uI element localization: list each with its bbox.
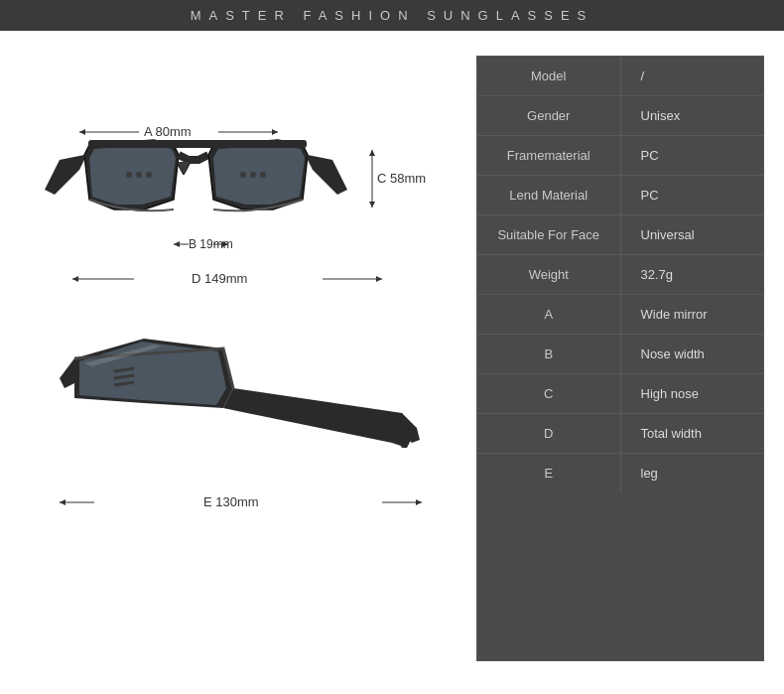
spec-label: A [477,295,620,335]
side-view-diagram: E 130mm [45,319,452,547]
front-view-svg: A 80mm [45,51,452,319]
side-view-svg: E 130mm [45,319,452,517]
spec-value: Total width [620,414,763,454]
spec-row: E leg [477,454,763,493]
svg-point-10 [250,172,256,178]
svg-point-11 [260,172,266,178]
svg-marker-22 [72,276,78,282]
svg-rect-5 [88,140,307,148]
spec-value: PC [620,136,763,176]
svg-marker-18 [369,150,375,156]
spec-value: Wide mirror [620,295,763,335]
spec-row: Weight 32.7g [477,255,763,295]
spec-value: High nose [620,374,763,414]
svg-point-8 [146,172,152,178]
spec-row: Framematerial PC [477,136,763,176]
svg-point-9 [240,172,246,178]
svg-marker-3 [272,129,278,135]
spec-value: 32.7g [620,255,763,295]
spec-label: B [477,335,620,374]
left-panel: A 80mm [0,31,476,686]
spec-row: C High nose [477,374,763,414]
spec-row: Suitable For Face Universal [477,215,763,255]
header: MASTER FASHION SUNGLASSES [0,0,784,31]
spec-value: Nose width [620,335,763,374]
svg-text:D 149mm: D 149mm [192,271,247,286]
front-view-diagram: A 80mm [45,51,452,319]
svg-text:C 58mm: C 58mm [377,171,426,186]
svg-point-6 [126,172,132,178]
spec-value: leg [620,454,763,493]
svg-marker-13 [174,241,180,247]
spec-label: D [477,414,620,454]
svg-marker-19 [369,202,375,208]
svg-marker-30 [60,499,65,505]
svg-marker-32 [416,499,422,505]
svg-marker-1 [79,129,85,135]
svg-point-7 [136,172,142,178]
spec-row: Model / [477,57,763,96]
spec-label: Gender [477,96,620,136]
spec-row: A Wide mirror [477,295,763,335]
spec-row: Gender Unisex [477,96,763,136]
spec-value: Universal [620,215,763,255]
spec-label: Framematerial [477,136,620,176]
spec-row: B Nose width [477,335,763,374]
spec-value: PC [620,176,763,215]
spec-label: Weight [477,255,620,295]
spec-row: D Total width [477,414,763,454]
svg-text:B 19mm: B 19mm [189,237,233,251]
spec-label: C [477,374,620,414]
spec-table: Model / Gender Unisex Framematerial PC L… [477,57,763,492]
spec-label: Model [477,57,620,96]
spec-label: E [477,454,620,493]
spec-table-panel: Model / Gender Unisex Framematerial PC L… [476,56,764,661]
svg-marker-24 [376,276,382,282]
header-title: MASTER FASHION SUNGLASSES [191,8,594,23]
spec-row: Lend Material PC [477,176,763,215]
spec-value: / [620,57,763,96]
spec-value: Unisex [620,96,763,136]
spec-label: Suitable For Face [477,215,620,255]
spec-label: Lend Material [477,176,620,215]
svg-text:A 80mm: A 80mm [144,124,192,139]
svg-text:E 130mm: E 130mm [203,494,259,509]
